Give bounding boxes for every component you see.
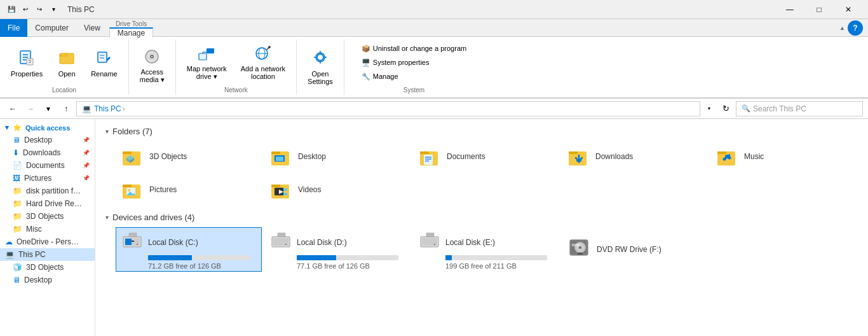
uninstall-button[interactable]: 📦 Uninstall or change a program	[357, 42, 471, 55]
add-network-location-button[interactable]: Add a networklocation	[235, 42, 291, 83]
folder-item-pictures[interactable]: Pictures	[116, 174, 262, 205]
quick-access-icon: ⭐	[13, 123, 22, 132]
svg-rect-57	[125, 239, 132, 245]
map-network-drive-button[interactable]: Map networkdrive ▾	[181, 42, 233, 83]
drive-item-f[interactable]: DVD DVD RW Drive (F:)	[562, 227, 708, 272]
svg-rect-42	[717, 151, 726, 154]
drives-section-title: Devices and drives (4)	[112, 213, 194, 222]
back-button[interactable]: ←	[5, 101, 20, 116]
help-button[interactable]: ?	[848, 20, 863, 36]
sidebar-item-desktop2[interactable]: 🖥 Desktop	[0, 274, 95, 286]
folder-item-downloads[interactable]: Downloads	[562, 141, 708, 172]
qa-save-btn[interactable]: 💾	[5, 3, 18, 16]
svg-point-13	[151, 56, 153, 58]
drive-tools-label: Drive Tools	[109, 19, 153, 27]
add-network-location-icon	[253, 45, 273, 62]
misc-label: Misc	[26, 225, 42, 234]
svg-rect-46	[123, 185, 132, 187]
manage-button[interactable]: 🔧 Manage	[357, 70, 471, 83]
system-properties-button[interactable]: 🖥️ System properties	[357, 56, 471, 69]
quick-access-toolbar: 💾 ↩ ↪ ▾	[5, 3, 60, 16]
path-dropdown-button[interactable]: ▾	[703, 101, 715, 116]
qa-redo-btn[interactable]: ↪	[33, 3, 46, 16]
desktop-icon: 🖥	[13, 136, 20, 144]
tab-computer[interactable]: Computer	[27, 19, 76, 37]
open-settings-button[interactable]: OpenSettings	[302, 46, 339, 87]
this-pc-icon: 💻	[5, 250, 15, 259]
svg-rect-40	[569, 151, 578, 154]
system-properties-icon: 🖥️	[362, 59, 370, 67]
folder-item-documents[interactable]: Documents	[413, 141, 559, 172]
drives-grid: Local Disk (C:) 71.2 GB free of 126 GB L…	[105, 225, 858, 277]
documents-folder-icon	[419, 145, 442, 168]
open-button[interactable]: Open	[51, 42, 83, 83]
network-group-label: Network	[224, 85, 248, 95]
svg-point-25	[317, 54, 323, 60]
tab-file[interactable]: File	[0, 19, 27, 37]
sidebar-item-downloads[interactable]: ⬇ Downloads 📌	[0, 146, 95, 159]
drive-e-bar	[445, 255, 452, 260]
sidebar-item-desktop[interactable]: 🖥 Desktop 📌	[0, 134, 95, 146]
sidebar-item-quick-access[interactable]: ▾ ⭐ Quick access	[0, 122, 95, 134]
properties-button[interactable]: Properties	[5, 42, 48, 83]
folders-section-header[interactable]: ▾ Folders (7)	[105, 124, 858, 139]
rename-button[interactable]: Rename	[85, 42, 123, 83]
drive-f-name: DVD RW Drive (F:)	[597, 245, 661, 254]
desktop2-icon: 🖥	[13, 276, 20, 284]
drives-section-header[interactable]: ▾ Devices and drives (4)	[105, 210, 858, 225]
music-folder-icon	[716, 145, 739, 168]
sidebar-item-how-to-free-up[interactable]: 📁 3D Objects	[0, 210, 95, 223]
drive-item-d[interactable]: Local Disk (D:) 77.1 GB free of 126 GB	[264, 227, 410, 272]
folder-item-desktop[interactable]: Desktop	[264, 141, 410, 172]
folder-item-videos[interactable]: Videos	[264, 174, 410, 205]
recent-locations-button[interactable]: ▾	[41, 101, 56, 116]
drive-c-header: Local Disk (C:)	[123, 232, 255, 253]
access-media-icon	[142, 48, 162, 66]
map-network-drive-icon	[196, 45, 217, 62]
address-path[interactable]: 💻 This PC ›	[76, 101, 700, 116]
sidebar-item-3d-objects[interactable]: 🧊 3D Objects	[0, 261, 95, 274]
forward-button[interactable]: →	[23, 101, 38, 116]
minimize-button[interactable]: —	[775, 0, 804, 19]
sidebar-item-this-pc[interactable]: 💻 This PC	[0, 248, 95, 261]
open-label: Open	[58, 70, 76, 78]
ribbon-group-system: 📦 Uninstall or change a program 🖥️ Syste…	[344, 39, 484, 95]
sidebar-item-documents[interactable]: 📄 Documents 📌	[0, 159, 95, 172]
path-this-pc[interactable]: This PC	[94, 104, 121, 113]
tab-manage[interactable]: Manage	[109, 27, 153, 38]
sidebar-item-hard-drive-reco[interactable]: 📁 Hard Drive Reco...	[0, 197, 95, 210]
drive-e-free: 199 GB free of 211 GB	[445, 262, 552, 270]
qa-undo-btn[interactable]: ↩	[19, 3, 32, 16]
folder-item-music[interactable]: Music	[710, 141, 857, 172]
search-box[interactable]: 🔍 Search This PC	[736, 101, 863, 116]
how-to-free-up-icon: 📁	[13, 212, 22, 221]
sidebar-item-onedrive[interactable]: ☁ OneDrive - Perso...	[0, 235, 95, 248]
tab-view[interactable]: View	[76, 19, 108, 37]
main-layout: ▾ ⭐ Quick access 🖥 Desktop 📌 ⬇ Downloads…	[0, 119, 868, 336]
up-button[interactable]: ↑	[58, 101, 74, 116]
drive-e-header: Local Disk (E:)	[420, 232, 552, 253]
desktop-pin-icon: 📌	[83, 137, 90, 143]
sidebar-item-misc[interactable]: 📁 Misc	[0, 223, 95, 235]
desktop-folder-icon	[270, 145, 293, 168]
drive-item-c[interactable]: Local Disk (C:) 71.2 GB free of 126 GB	[116, 227, 262, 272]
svg-rect-8	[98, 52, 107, 62]
refresh-button[interactable]: ↻	[718, 101, 733, 116]
access-media-button[interactable]: Accessmedia ▾	[134, 46, 170, 87]
close-button[interactable]: ✕	[834, 0, 863, 19]
qa-dropdown-btn[interactable]: ▾	[47, 3, 60, 16]
svg-point-64	[285, 244, 287, 245]
system-group-label: System	[403, 85, 424, 95]
sidebar-item-pictures[interactable]: 🖼 Pictures 📌	[0, 172, 95, 185]
sidebar-item-disk-partition[interactable]: 📁 disk partition fo...	[0, 185, 95, 197]
manage-label: Manage	[373, 73, 398, 80]
desktop-folder-name: Desktop	[298, 152, 326, 161]
drive-c-name: Local Disk (C:)	[148, 238, 198, 247]
maximize-button[interactable]: □	[804, 0, 834, 19]
drive-item-e[interactable]: Local Disk (E:) 199 GB free of 211 GB	[413, 227, 559, 272]
svg-point-43	[723, 158, 726, 161]
3d-objects-folder-icon	[121, 145, 144, 168]
ribbon-collapse-btn[interactable]: ▲	[839, 25, 845, 31]
folder-item-3d-objects[interactable]: 3D Objects	[116, 141, 262, 172]
network-buttons: Map networkdrive ▾ Add a networklocation	[181, 39, 291, 85]
